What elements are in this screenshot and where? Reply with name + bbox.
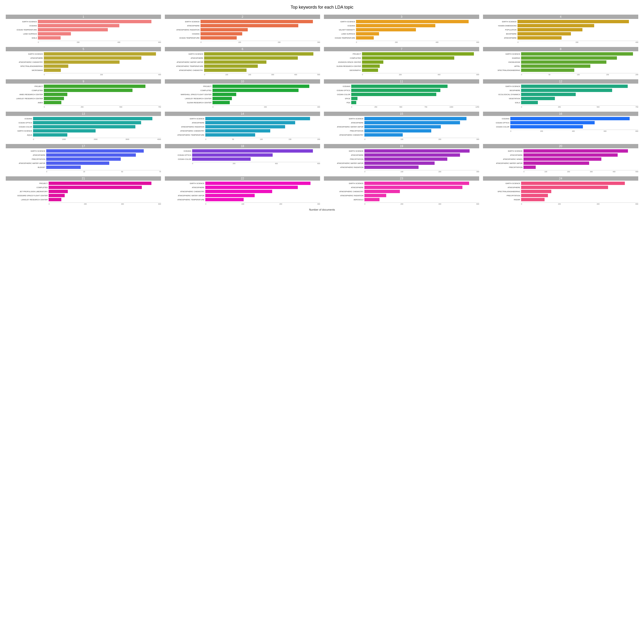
bar-row: ATMOSPHERE	[165, 56, 320, 60]
bar-track	[521, 97, 638, 100]
axis-tick: 1000	[62, 138, 66, 140]
axis-tick: 100	[241, 203, 244, 205]
bar-track	[364, 149, 479, 153]
topic-2-chart: 2EARTH SCIENCEATMOSPHEREATMOSPHERIC RADI…	[164, 14, 321, 44]
bar-label: ATMOSPHERIC RADIATION	[324, 166, 363, 168]
bar	[364, 133, 403, 137]
bar-track	[523, 153, 638, 157]
bar-row: EARTH SCIENCE	[6, 52, 161, 56]
bar-row: ATMOSPHERE	[165, 121, 320, 124]
topic-12-area: EARTH SCIENCEBIOSPHEREECOLOGICAL DYNAMIC…	[483, 85, 638, 108]
axis-tick: 200	[279, 203, 282, 205]
bar-track	[213, 93, 320, 96]
bar-row: PRECIPITATION	[483, 194, 638, 197]
topic-4-area: EARTH SCIENCEHUMAN DIMENSIONSPOPULATIONB…	[483, 20, 638, 43]
topic-16-chart: 16OCEANSOCEAN OPTICSOCEAN COLOR020040060…	[482, 111, 639, 141]
bar-track	[46, 153, 161, 157]
bar-row: PROJECT	[6, 85, 161, 88]
topic-20-area: EARTH SCIENCEATMOSPHEREATMOSPHERIC WINDS…	[483, 149, 638, 173]
bar	[205, 129, 270, 132]
topic-20-title: 20	[483, 144, 638, 148]
bar-label: ATMOSPHERE	[483, 154, 523, 156]
bar-row: SPECTRAL/ENGINEERING	[483, 69, 638, 72]
bar-row: OCEANS	[324, 24, 479, 27]
bar-label: OCEAN OPTICS	[165, 154, 191, 156]
bar-row: ATMOSPHERIC CHEMISTRY	[324, 190, 479, 193]
axis-tick: 0	[192, 163, 193, 164]
bar-row: LANGLEY RESEARCH CENTER	[6, 198, 161, 201]
bar-label: OCEANS	[483, 118, 509, 120]
axis-tick: 50	[121, 171, 123, 173]
topic-2-area: EARTH SCIENCEATMOSPHEREATMOSPHERIC RADIA…	[165, 20, 320, 43]
bar-row: EARTH SCIENCE	[324, 117, 479, 120]
bar	[192, 149, 313, 153]
bar-label: EARTH SCIENCE	[6, 53, 43, 55]
bar-track	[204, 56, 320, 60]
axis-tick: 0	[46, 171, 47, 173]
bar-track	[38, 36, 161, 40]
topic-13-chart: 13OCEANSOCEAN OPTICSOCEAN COLOREARTH SCI…	[5, 111, 162, 141]
bar	[204, 64, 258, 68]
bar-track	[44, 69, 161, 72]
bar-track	[46, 161, 161, 165]
axis-tick: 750	[425, 106, 427, 108]
bar-row: ATMOSPHERE	[165, 186, 320, 189]
axis-tick: 0	[517, 41, 518, 43]
axis-tick: 0	[362, 74, 363, 75]
bar	[351, 93, 436, 96]
bar-row: AEROSOLS	[324, 198, 479, 201]
bar-track	[192, 157, 320, 161]
bar-row: ATMOSPHERE	[6, 153, 161, 157]
axis-tick: 200	[575, 41, 578, 43]
bar-label: LANGLEY RESEARCH CENTER	[6, 98, 43, 100]
bar-track	[351, 97, 479, 100]
bar-row: RADAR	[483, 198, 638, 201]
bar-track	[44, 52, 161, 56]
axis: 025050075010001250	[351, 105, 479, 108]
bar-track	[362, 52, 479, 56]
bar	[38, 32, 71, 35]
topic-22-chart: 22EARTH SCIENCEATMOSPHEREATMOSPHERIC CHE…	[164, 175, 321, 206]
axis: 0200400600	[38, 41, 161, 43]
axis: 0100200300400500	[523, 170, 638, 173]
bar-row: OCEAN TEMPERATURE	[6, 28, 161, 31]
topic-3-chart: 3EARTH SCIENCEOCEANSSALINITY/DENSITYLAND…	[323, 14, 480, 44]
bar-label: ATMOSPHERE	[324, 122, 363, 124]
bar-label: ATMOSPHERIC WATER VAPOR	[165, 61, 203, 63]
topic-4-title: 4	[483, 15, 638, 19]
bar-track	[38, 20, 161, 23]
bar-label: PRECIPITATION	[6, 158, 45, 160]
bar-row: ATMOSPHERIC RADIATION	[324, 194, 479, 197]
axis-tick: 250	[374, 106, 377, 108]
bar-label: POPULATION	[483, 29, 517, 31]
topic-18-area: OCEANSOCEAN OPTICSOCEAN COLOR0200400600	[165, 149, 320, 164]
bar	[362, 64, 380, 68]
bar-row: APPEL	[483, 64, 638, 68]
bar-track	[213, 85, 320, 88]
bar-label: OCEAN OPTICS	[324, 89, 350, 92]
bar-track	[521, 186, 638, 189]
bar	[46, 149, 144, 153]
axis-tick: 200	[395, 41, 398, 43]
axis-tick: 400	[597, 203, 600, 205]
bar	[521, 101, 538, 104]
axis-tick: 25	[83, 171, 85, 173]
bar-row: GLENN RESEARCH CENTER	[165, 101, 320, 104]
axis-tick: 400	[121, 203, 124, 205]
bar-row: MARSHALL SPACE FLIGHT CENTER	[165, 93, 320, 96]
bar-row: ATMOSPHERIC WATER VAPOR	[324, 125, 479, 128]
axis-tick: 0	[33, 138, 34, 140]
axis: 050100150200	[521, 73, 638, 75]
bar	[521, 186, 608, 189]
axis: 0200400	[517, 41, 638, 43]
page-title: Top keywords for each LDA topic	[5, 5, 639, 10]
axis-tick: 0	[205, 138, 206, 140]
bar	[38, 28, 108, 31]
bar-track	[362, 56, 479, 60]
bar-track	[521, 64, 638, 68]
bar-row: OCEAN COLOR	[324, 93, 479, 96]
bar	[44, 97, 64, 100]
bar	[49, 190, 68, 193]
bar-track	[362, 69, 479, 72]
topic-11-chart: 11OCEANSOCEAN OPTICSOCEAN COLORSPICEPDS0…	[323, 78, 480, 109]
